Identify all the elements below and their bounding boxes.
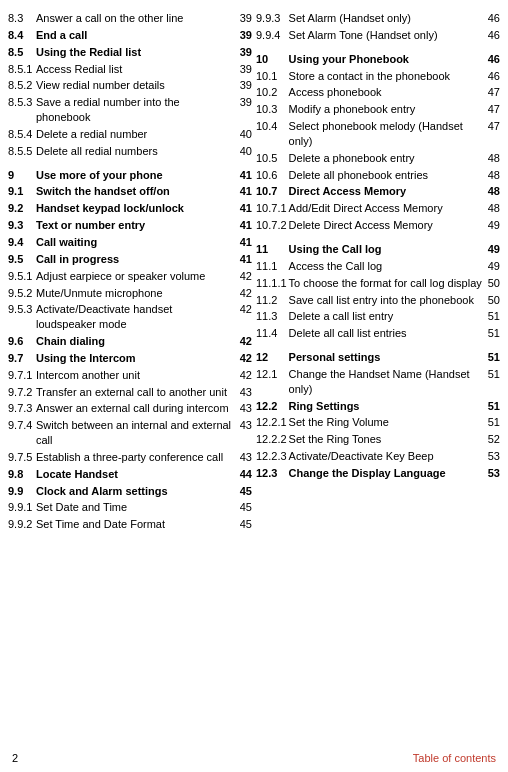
right-column: 9.9.3Set Alarm (Handset only)469.9.4Set … xyxy=(256,10,500,533)
toc-page: 42 xyxy=(234,367,252,384)
toc-row: 9.9.2Set Time and Date Format45 xyxy=(8,516,252,533)
toc-title: Text or number entry xyxy=(36,217,234,234)
toc-row: 9.9.3Set Alarm (Handset only)46 xyxy=(256,10,500,27)
toc-row: 8.5.2View redial number details39 xyxy=(8,77,252,94)
toc-number: 12.2.3 xyxy=(256,448,289,465)
toc-number: 8.5.1 xyxy=(8,61,36,78)
toc-page: 41 xyxy=(234,217,252,234)
toc-title: Intercom another unit xyxy=(36,367,234,384)
toc-title: Access Redial list xyxy=(36,61,234,78)
left-column: 8.3Answer a call on the other line398.4E… xyxy=(8,10,252,533)
toc-page: 48 xyxy=(482,200,500,217)
toc-number: 12.3 xyxy=(256,465,289,482)
toc-page: 46 xyxy=(482,27,500,44)
toc-title: Ring Settings xyxy=(289,398,482,415)
toc-number: 8.5.3 xyxy=(8,94,36,126)
toc-number: 11.1 xyxy=(256,258,289,275)
toc-number: 9.6 xyxy=(8,333,36,350)
toc-page: 42 xyxy=(234,268,252,285)
toc-page: 53 xyxy=(482,465,500,482)
toc-page: 50 xyxy=(482,275,500,292)
toc-title: Answer an external call during intercom xyxy=(36,400,234,417)
toc-page: 42 xyxy=(234,333,252,350)
toc-title: Using the Call log xyxy=(289,241,482,258)
toc-title: Select phonebook melody (Handset only) xyxy=(289,118,482,150)
toc-title: Personal settings xyxy=(289,349,482,366)
toc-row: 10Using your Phonebook46 xyxy=(256,51,500,68)
toc-page: 45 xyxy=(234,516,252,533)
toc-row: 9.2Handset keypad lock/unlock41 xyxy=(8,200,252,217)
toc-row: 9.7.4Switch between an internal and exte… xyxy=(8,417,252,449)
toc-row: 10.4Select phonebook melody (Handset onl… xyxy=(256,118,500,150)
toc-title: Using your Phonebook xyxy=(289,51,482,68)
toc-number: 9.5.1 xyxy=(8,268,36,285)
toc-row: 8.5.4Delete a redial number40 xyxy=(8,126,252,143)
toc-page: 43 xyxy=(234,449,252,466)
toc-number: 10.7.2 xyxy=(256,217,289,234)
toc-number: 12.2.2 xyxy=(256,431,289,448)
toc-number: 8.4 xyxy=(8,27,36,44)
toc-row: 11.4Delete all call list entries51 xyxy=(256,325,500,342)
toc-title: Set Time and Date Format xyxy=(36,516,234,533)
toc-number: 9.5 xyxy=(8,251,36,268)
toc-row: 11Using the Call log49 xyxy=(256,241,500,258)
toc-number: 9.5.2 xyxy=(8,285,36,302)
toc-row: 11.2Save call list entry into the phoneb… xyxy=(256,292,500,309)
toc-page: 39 xyxy=(234,10,252,27)
toc-row: 12.2Ring Settings51 xyxy=(256,398,500,415)
toc-row: 9.9.1Set Date and Time45 xyxy=(8,499,252,516)
toc-number: 12 xyxy=(256,349,289,366)
toc-title: Save call list entry into the phonebook xyxy=(289,292,482,309)
toc-title: Save a redial number into the phonebook xyxy=(36,94,234,126)
toc-page: 51 xyxy=(482,366,500,398)
toc-page: 39 xyxy=(234,77,252,94)
toc-number: 10.3 xyxy=(256,101,289,118)
toc-row: 10.7Direct Access Memory48 xyxy=(256,183,500,200)
toc-page: 47 xyxy=(482,118,500,150)
toc-number: 10.2 xyxy=(256,84,289,101)
toc-title: Locate Handset xyxy=(36,466,234,483)
toc-page: 42 xyxy=(234,301,252,333)
toc-number: 9 xyxy=(8,167,36,184)
toc-title: Transfer an external call to another uni… xyxy=(36,384,234,401)
toc-title: Handset keypad lock/unlock xyxy=(36,200,234,217)
toc-row: 9.7.2Transfer an external call to anothe… xyxy=(8,384,252,401)
toc-page: 46 xyxy=(482,10,500,27)
toc-row: 9.3Text or number entry41 xyxy=(8,217,252,234)
toc-row: 9Use more of your phone41 xyxy=(8,167,252,184)
toc-page: 40 xyxy=(234,143,252,160)
toc-title: Set Alarm Tone (Handset only) xyxy=(289,27,482,44)
toc-row: 10.3Modify a phonebook entry47 xyxy=(256,101,500,118)
toc-row: 8.5Using the Redial list39 xyxy=(8,44,252,61)
toc-row: 9.9.4Set Alarm Tone (Handset only)46 xyxy=(256,27,500,44)
right-toc-table: 9.9.3Set Alarm (Handset only)469.9.4Set … xyxy=(256,10,500,482)
toc-row: 10.2Access phonebook47 xyxy=(256,84,500,101)
toc-row: 11.1.1To choose the format for call log … xyxy=(256,275,500,292)
section-gap xyxy=(256,342,500,349)
toc-row: 8.5.5Delete all redial numbers40 xyxy=(8,143,252,160)
toc-title: Call waiting xyxy=(36,234,234,251)
toc-number: 8.5.5 xyxy=(8,143,36,160)
section-gap xyxy=(256,234,500,241)
footer-title: Table of contents xyxy=(413,752,496,764)
toc-row: 9.7Using the Intercom42 xyxy=(8,350,252,367)
toc-number: 9.9.2 xyxy=(8,516,36,533)
toc-page: 47 xyxy=(482,84,500,101)
toc-title: Delete all redial numbers xyxy=(36,143,234,160)
toc-row: 9.5.3Activate/Deactivate handset loudspe… xyxy=(8,301,252,333)
toc-title: Activate/Deactivate handset loudspeaker … xyxy=(36,301,234,333)
toc-number: 9.7 xyxy=(8,350,36,367)
toc-page: 43 xyxy=(234,384,252,401)
toc-page: 51 xyxy=(482,414,500,431)
toc-title: Set the Ring Volume xyxy=(289,414,482,431)
toc-page: 43 xyxy=(234,417,252,449)
toc-page: 42 xyxy=(234,350,252,367)
toc-title: Establish a three-party conference call xyxy=(36,449,234,466)
toc-number: 10.5 xyxy=(256,150,289,167)
toc-title: Use more of your phone xyxy=(36,167,234,184)
toc-row: 9.5.1Adjust earpiece or speaker volume42 xyxy=(8,268,252,285)
footer: 2 Table of contents xyxy=(0,752,508,764)
toc-row: 9.4Call waiting41 xyxy=(8,234,252,251)
toc-page: 40 xyxy=(234,126,252,143)
toc-page: 47 xyxy=(482,101,500,118)
